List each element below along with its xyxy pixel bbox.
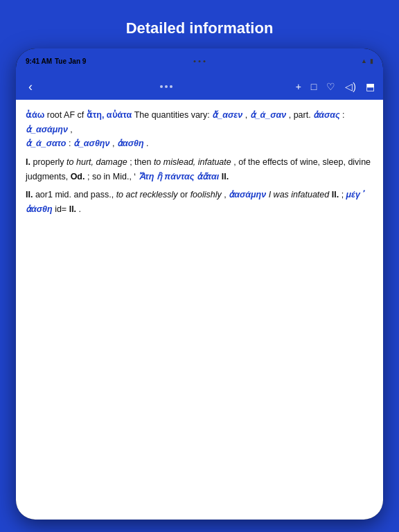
- status-center-dots: [194, 60, 206, 62]
- form-asamhn2: ἀασάμην: [229, 190, 266, 200]
- il-ref-III: Il.: [69, 204, 76, 214]
- form-aasth: ἀασθη: [117, 139, 144, 148]
- device-frame: 9:41 AM Tue Jan 9 ▲ ▮ ‹ + □ ♡ ◁) ⬒: [16, 48, 383, 520]
- nav-bar: ‹ + □ ♡ ◁) ⬒: [16, 73, 383, 100]
- heart-icon[interactable]: ♡: [326, 81, 335, 92]
- il-ref-II: Il.: [332, 190, 339, 200]
- nav-center-dots: [160, 85, 172, 88]
- period2: .: [79, 204, 81, 214]
- form-asato: ἀ_ά_σατο: [26, 139, 66, 148]
- foolishly-text: foolishly: [190, 190, 222, 200]
- semicolon1: ;: [342, 190, 346, 200]
- form-asamhn: ἀ_ασάμην: [26, 125, 68, 134]
- vary-text: The quantities vary:: [134, 110, 213, 120]
- so-in-mid: ; so in Mid., ‘: [87, 172, 136, 181]
- aor1-text: aor1 mid. and pass.,: [35, 190, 116, 200]
- id-ref: id=: [55, 204, 66, 214]
- wifi-icon: ▲: [361, 57, 367, 64]
- section-I-label: I.: [26, 157, 30, 167]
- status-time: 9:41 AM Tue Jan 9: [26, 57, 86, 65]
- comma1: ,: [245, 110, 250, 120]
- section-II-label: II.: [26, 190, 33, 200]
- period1: .: [146, 139, 148, 148]
- comma3: ,: [112, 139, 117, 148]
- form-asan: ἀ_ά_σαν: [250, 110, 287, 120]
- status-right: ▲ ▮: [361, 57, 373, 64]
- back-button[interactable]: ‹: [24, 77, 37, 97]
- hurt-damage: to hurt, damage: [66, 157, 127, 167]
- document-icon[interactable]: □: [311, 81, 317, 92]
- share-icon[interactable]: ⬒: [366, 81, 375, 92]
- colon2: :: [69, 139, 73, 148]
- battery-icon: ▮: [370, 57, 373, 64]
- recklessly-text: to act recklessly: [116, 190, 178, 200]
- form-asas: ἀάσας: [313, 110, 339, 120]
- form-asen: ἄ_ασεν: [212, 110, 242, 120]
- root-info: root AF cf: [47, 110, 87, 120]
- forms-ata: ἄτη, αὐάτα: [87, 110, 132, 120]
- then-text: ; then: [130, 157, 154, 167]
- or-text: or: [180, 190, 190, 200]
- properly-text: properly: [33, 157, 66, 167]
- il-ref-I: Il.: [222, 172, 229, 181]
- section-II: II. aor1 mid. and pass., to act reckless…: [26, 188, 373, 216]
- headword: ἀάω: [26, 110, 44, 120]
- speaker-icon[interactable]: ◁): [345, 81, 356, 92]
- page-title-bar: Detailed information: [0, 0, 399, 48]
- mislead-infatuate: to mislead, infatuate: [154, 157, 231, 167]
- part-text: , part.: [289, 110, 313, 120]
- infatuated-text: I was infatuated: [269, 190, 330, 200]
- nav-left: ‹: [24, 77, 37, 97]
- od-ref: Od.: [71, 172, 85, 181]
- content-area: ἀάω root AF cf ἄτη, αὐάτα The quantities…: [16, 100, 383, 520]
- nav-right: + □ ♡ ◁) ⬒: [296, 81, 375, 92]
- add-icon[interactable]: +: [296, 81, 301, 92]
- ath-quote: Ἄτη ἢ πάντας ἀᾶται: [139, 172, 220, 181]
- colon1: :: [342, 110, 344, 120]
- section-I: I. properly to hurt, damage ; then to mi…: [26, 155, 373, 184]
- form-asthhn: ἀ_ασθην: [73, 139, 110, 148]
- status-bar: 9:41 AM Tue Jan 9 ▲ ▮: [16, 48, 383, 73]
- page-title: Detailed information: [14, 19, 385, 37]
- comma2: ,: [70, 125, 72, 134]
- dictionary-entry: ἀάω root AF cf ἄτη, αὐάτα The quantities…: [26, 108, 373, 216]
